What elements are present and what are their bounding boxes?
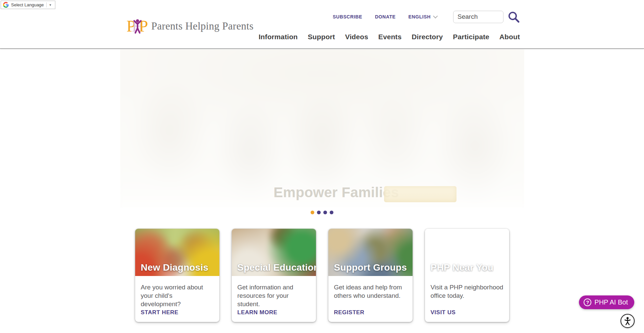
site-logo[interactable]: P H P Parents Helping Parents <box>126 17 254 35</box>
nav-item-videos[interactable]: Videos <box>345 33 368 41</box>
chevron-down-icon <box>433 14 438 18</box>
card-special-education[interactable]: Special Education Get information and re… <box>232 229 316 322</box>
learn-more-link[interactable]: LEARN MORE <box>237 309 310 316</box>
card-php-near-you[interactable]: PHP Near You Visit a PHP neighborhood of… <box>425 229 509 322</box>
donate-link[interactable]: DONATE <box>375 14 396 19</box>
php-ai-bot-button[interactable]: ? PHP AI Bot <box>579 295 634 309</box>
nav-item-directory[interactable]: Directory <box>412 33 443 41</box>
card-description: Visit a PHP neighborhood office today. <box>431 283 503 300</box>
card-title: Special Education <box>237 262 316 273</box>
page: Select Language ▼ P H P <box>0 0 644 333</box>
main-nav: Information Support Videos Events Direct… <box>259 33 520 41</box>
card-description: Get ideas and help from others who under… <box>334 283 407 300</box>
card-description: Get information and resources for your s… <box>237 283 310 308</box>
card-image: Support Groups <box>328 229 413 276</box>
card-new-diagnosis[interactable]: New Diagnosis Are you worried about your… <box>135 229 219 322</box>
accessibility-button[interactable] <box>621 314 635 328</box>
card-image: PHP Near You <box>425 229 509 276</box>
divider <box>46 2 47 7</box>
card-title: PHP Near You <box>431 262 494 273</box>
question-mark-icon: ? <box>584 298 591 306</box>
ai-bot-label: PHP AI Bot <box>594 298 628 306</box>
google-logo-icon <box>3 2 9 8</box>
nav-item-events[interactable]: Events <box>378 33 401 41</box>
nav-item-information[interactable]: Information <box>259 33 298 41</box>
card-title: Support Groups <box>334 262 407 273</box>
carousel-dot-2[interactable] <box>317 211 321 214</box>
carousel-dot-1[interactable] <box>311 211 314 214</box>
accessibility-person-icon <box>623 316 633 326</box>
utility-row: SUBSCRIBE DONATE ENGLISH <box>333 10 520 23</box>
search-input[interactable] <box>453 11 503 23</box>
google-translate-widget[interactable]: Select Language ▼ <box>1 1 55 9</box>
register-link[interactable]: REGISTER <box>334 309 407 316</box>
carousel-dot-4[interactable] <box>330 211 333 214</box>
card-image: Special Education <box>232 229 316 276</box>
carousel-dots <box>0 211 644 214</box>
subscribe-link[interactable]: SUBSCRIBE <box>333 14 362 19</box>
search-area <box>453 11 520 23</box>
card-image: New Diagnosis <box>135 229 219 276</box>
hero-cta-button-faded[interactable] <box>384 186 457 202</box>
language-label: ENGLISH <box>409 14 431 19</box>
nav-item-about[interactable]: About <box>499 33 520 41</box>
card-title: New Diagnosis <box>141 262 209 273</box>
nav-item-support[interactable]: Support <box>308 33 335 41</box>
carousel-dot-3[interactable] <box>323 211 327 214</box>
feature-cards: New Diagnosis Are you worried about your… <box>135 229 509 322</box>
start-here-link[interactable]: START HERE <box>141 309 214 316</box>
select-language-label: Select Language <box>11 2 44 7</box>
card-description: Are you worried about your child's devel… <box>141 283 214 308</box>
card-support-groups[interactable]: Support Groups Get ideas and help from o… <box>328 229 413 322</box>
language-selector[interactable]: ENGLISH <box>409 14 436 19</box>
hero-image-faded <box>120 49 524 208</box>
php-logo-mark-icon: P H P <box>126 17 148 35</box>
nav-item-participate[interactable]: Participate <box>453 33 489 41</box>
visit-us-link[interactable]: VISIT US <box>431 309 503 316</box>
site-header: P H P Parents Helping Parents <box>0 0 644 49</box>
hero-carousel: Empower Families <box>120 49 524 208</box>
hero-heading: Empower Families <box>274 184 399 201</box>
site-title: Parents Helping Parents <box>151 20 254 32</box>
search-icon <box>507 11 520 23</box>
search-button[interactable] <box>507 11 520 23</box>
dropdown-triangle-icon[interactable]: ▼ <box>49 3 52 7</box>
